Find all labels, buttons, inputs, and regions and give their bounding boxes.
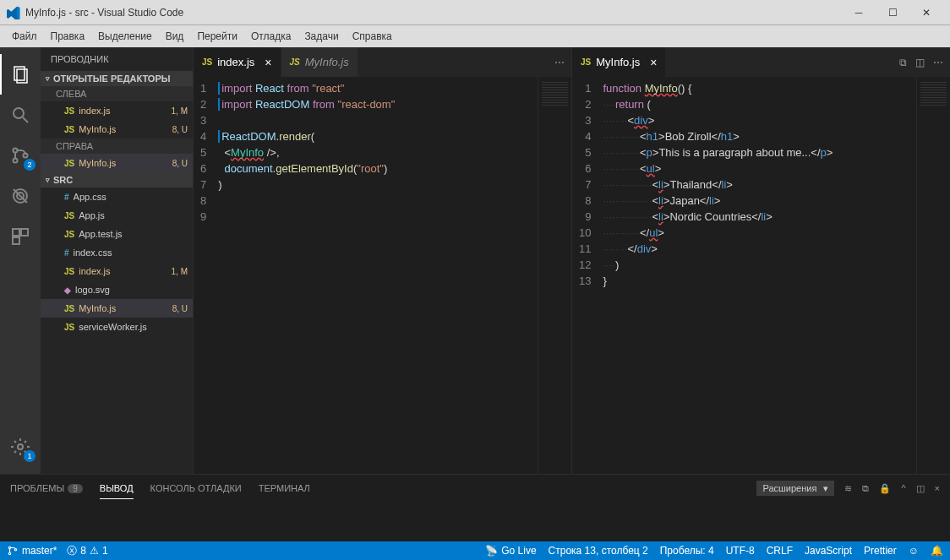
file-item[interactable]: JSApp.test.js [41,225,193,243]
window-title: MyInfo.js - src - Visual Studio Code [25,7,842,19]
menu-file[interactable]: Файл [5,27,44,46]
js-file-icon: JS [290,57,300,67]
folder-src-header[interactable]: ▿SRC [41,172,193,188]
search-icon[interactable] [0,95,41,135]
tab-myinfo-js[interactable]: JSMyInfo.js [281,47,358,77]
tabs-right: JSMyInfo.js× ⧉◫⋯ [572,47,950,77]
minimap[interactable] [916,77,950,474]
js-file-icon: JS [202,57,212,67]
split-icon[interactable]: ◫ [915,57,925,68]
panel-tab-terminal[interactable]: ТЕРМИНАЛ [259,478,310,498]
source-control-icon[interactable]: 2 [0,135,41,176]
git-branch[interactable]: master* [7,545,57,557]
notifications-icon[interactable]: 🔔 [931,545,943,557]
js-file-icon: JS [64,159,74,168]
indentation[interactable]: Пробелы: 4 [660,545,714,557]
file-item[interactable]: JSMyInfo.js8, U [41,299,193,318]
extensions-icon[interactable] [0,216,41,257]
tab-myinfo-js[interactable]: JSMyInfo.js× [572,47,666,77]
open-log-icon[interactable]: ⧉ [862,483,869,494]
menu-view[interactable]: Вид [159,27,191,46]
menu-selection[interactable]: Выделение [91,27,159,46]
status-bar: master* ⓧ 8 ⚠ 1 📡 Go Live Строка 13, сто… [0,541,950,560]
panel-tab-output[interactable]: ВЫВОД [100,478,134,499]
explorer-icon[interactable] [0,54,41,95]
editor-group-left: JSindex.js× JSMyInfo.js ⋯ 123456789 impo… [193,47,571,474]
menu-debug[interactable]: Отладка [244,27,298,46]
close-icon[interactable]: × [650,56,657,69]
tabs-left: JSindex.js× JSMyInfo.js ⋯ [194,47,571,77]
svg-point-15 [8,552,10,554]
open-editor-item[interactable]: JSMyInfo.js8, U [41,154,193,172]
go-live[interactable]: 📡 Go Live [485,545,536,557]
tab-index-js[interactable]: JSindex.js× [194,47,281,77]
cursor-position[interactable]: Строка 13, столбец 2 [549,545,648,557]
compare-icon[interactable]: ⧉ [899,57,907,68]
settings-gear-icon[interactable]: 1 [0,427,41,467]
prettier[interactable]: Prettier [864,545,897,557]
lock-scroll-icon[interactable]: 🔒 [879,483,891,494]
menu-edit[interactable]: Правка [44,27,92,46]
encoding[interactable]: UTF-8 [726,545,755,557]
menu-tasks[interactable]: Задачи [298,27,345,46]
open-editor-item[interactable]: JSMyInfo.js8, U [41,120,193,139]
minimap[interactable] [538,77,571,474]
file-item[interactable]: JSindex.js1, M [41,262,193,280]
code-editor-left[interactable]: 123456789 import React from "react"impor… [194,77,571,474]
svg-point-2 [14,108,24,118]
debug-icon[interactable] [0,176,41,216]
js-file-icon: JS [581,57,591,67]
vscode-icon [7,6,20,19]
problems-count[interactable]: ⓧ 8 ⚠ 1 [67,544,107,558]
titlebar: MyInfo.js - src - Visual Studio Code ─ ☐… [0,0,950,25]
maximize-button[interactable]: ☐ [876,0,909,25]
panel-tab-problems[interactable]: ПРОБЛЕМЫ9 [10,478,83,498]
eol[interactable]: CRLF [767,545,793,557]
bottom-panel: ПРОБЛЕМЫ9 ВЫВОД КОНСОЛЬ ОТЛАДКИ ТЕРМИНАЛ… [0,474,950,541]
clear-icon[interactable]: ≋ [844,483,852,494]
file-item[interactable]: JSserviceWorker.js [41,318,193,336]
close-button[interactable]: ✕ [909,0,943,25]
output-channel-select[interactable]: Расширения [756,481,834,496]
svg-rect-11 [21,229,28,236]
editor-group-right: JSMyInfo.js× ⧉◫⋯ 12345678910111213 funct… [571,47,950,474]
group-right-header[interactable]: СПРАВА [41,139,193,154]
svg-point-14 [8,546,10,548]
more-icon[interactable]: ⋯ [554,57,565,68]
collapse-icon[interactable]: ^ [901,483,905,493]
editor-area: JSindex.js× JSMyInfo.js ⋯ 123456789 impo… [193,47,950,474]
gear-badge: 1 [24,450,35,462]
close-panel-icon[interactable]: × [935,483,940,493]
svg-point-4 [14,149,18,153]
sidebar-title: ПРОВОДНИК [41,47,193,71]
open-editor-item[interactable]: JSindex.js1, M [41,101,193,120]
close-icon[interactable]: × [265,56,271,69]
file-item[interactable]: #App.css [41,188,193,206]
svg-rect-10 [13,229,19,236]
svg-rect-12 [13,237,19,244]
svg-point-5 [14,159,18,163]
more-icon[interactable]: ⋯ [933,57,943,68]
file-item[interactable]: #index.css [41,243,193,262]
scm-badge: 2 [24,159,35,171]
feedback-icon[interactable]: ☺ [909,545,919,557]
menubar: Файл Правка Выделение Вид Перейти Отладк… [0,25,950,47]
explorer-sidebar: ПРОВОДНИК ▿ОТКРЫТЫЕ РЕДАКТОРЫ СЛЕВА JSin… [41,47,193,474]
language-mode[interactable]: JavaScript [805,545,852,557]
menu-go[interactable]: Перейти [190,27,244,46]
menu-help[interactable]: Справка [346,27,399,46]
svg-line-3 [23,117,28,122]
file-item[interactable]: JSApp.js [41,206,193,225]
js-file-icon: JS [64,106,74,116]
open-editors-header[interactable]: ▿ОТКРЫТЫЕ РЕДАКТОРЫ [41,71,193,86]
panel-tab-debug-console[interactable]: КОНСОЛЬ ОТЛАДКИ [150,478,242,498]
maximize-panel-icon[interactable]: ◫ [916,483,925,494]
code-editor-right[interactable]: 12345678910111213 function MyInfo() {···… [572,77,950,474]
minimize-button[interactable]: ─ [842,0,876,25]
activity-bar: 2 1 [0,47,41,474]
file-item[interactable]: ◆logo.svg [41,280,193,299]
group-left-header[interactable]: СЛЕВА [41,86,193,101]
svg-point-13 [18,444,23,449]
js-file-icon: JS [64,125,74,134]
